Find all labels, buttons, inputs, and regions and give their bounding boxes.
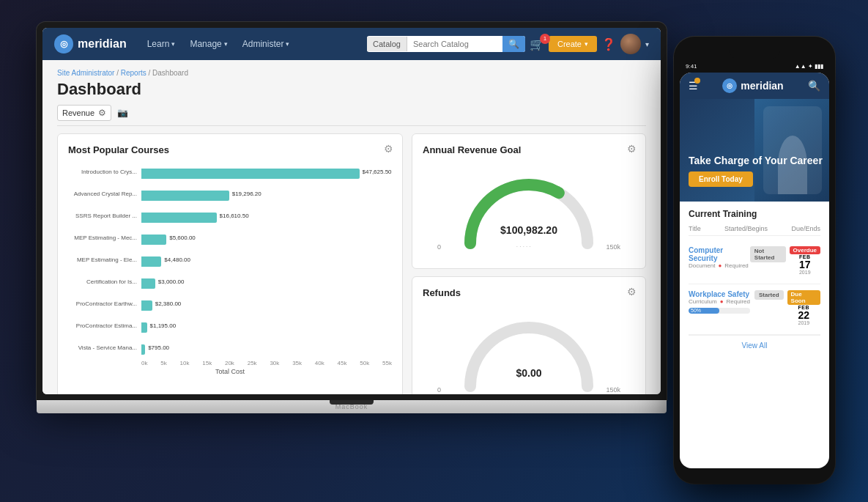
breadcrumb-current: Dashboard <box>152 69 188 77</box>
bar-label: ProContractor Earthw... <box>68 300 141 307</box>
annual-revenue-labels: 0 · · · · · 150k <box>423 243 635 251</box>
bar-fill <box>141 300 152 311</box>
most-popular-gear[interactable]: ⚙ <box>384 143 393 155</box>
create-button[interactable]: Create ▾ <box>549 36 597 52</box>
training-item-meta: Curriculum ● Required <box>689 298 750 305</box>
phone-top-nav: ☰ ◎ meridian 🔍 <box>680 73 829 99</box>
bar-fill <box>141 322 147 333</box>
most-popular-card: Most Popular Courses ⚙ Introduction to C… <box>57 133 403 394</box>
training-item: Workplace Safety Curriculum ● Required 5… <box>689 284 820 335</box>
x-tick: 25k <box>248 360 257 366</box>
search-input[interactable] <box>407 37 502 51</box>
laptop-notch <box>330 400 374 405</box>
phone-menu-icon[interactable]: ☰ <box>689 80 698 92</box>
bar-value: $4,480.00 <box>164 256 190 263</box>
progress-bar: 50% <box>689 308 750 314</box>
date-year: 2019 <box>798 320 809 325</box>
training-section-title: Current Training <box>689 209 820 219</box>
breadcrumb: Site Administrator / Reports / Dashboard <box>57 69 646 77</box>
phone-logo: ◎ meridian <box>704 78 802 93</box>
notification-dot <box>694 78 700 84</box>
cart-badge: 1 <box>540 34 550 44</box>
training-item-header: Computer Security Document ● Required No… <box>689 246 820 275</box>
x-tick: 55k <box>382 360 392 366</box>
phone-hero: Take Charge of Your Career Enroll Today <box>680 99 829 202</box>
bar-fill <box>141 213 217 223</box>
date-day: 17 <box>799 259 811 270</box>
right-col: Annual Revenue Goal ⚙ $100, <box>412 133 646 394</box>
phone-enroll-button[interactable]: Enroll Today <box>689 171 753 187</box>
manage-nav-link[interactable]: Manage ▾ <box>184 36 233 52</box>
help-icon[interactable]: ❓ <box>601 37 616 51</box>
dashboard-grid: Most Popular Courses ⚙ Introduction to C… <box>57 133 646 394</box>
tab-revenue[interactable]: Revenue ⚙ <box>57 105 111 121</box>
gear-icon[interactable]: ⚙ <box>98 108 106 118</box>
x-tick: 15k <box>202 360 212 366</box>
bar-fill <box>141 256 161 267</box>
bar-label: MEP Estimating - Ele... <box>68 256 141 263</box>
search-box: Catalog 🔍 <box>367 36 525 52</box>
bar-value: $795.00 <box>148 344 169 351</box>
annual-revenue-card: Annual Revenue Goal ⚙ $100, <box>412 133 646 269</box>
view-all-button[interactable]: View All <box>689 335 820 355</box>
bar-value: $47,625.50 <box>363 169 392 175</box>
phone-time: 9:41 <box>686 63 697 70</box>
bar-value: $3,000.00 <box>158 278 185 285</box>
bar-value: $2,380.00 <box>155 300 182 307</box>
phone-search-icon[interactable]: 🔍 <box>808 80 820 92</box>
bar-row: Introduction to Crys...$47,625.50 <box>68 163 392 180</box>
laptop: ◎ meridian Learn ▾ Manage ▾ Administer ▾ <box>37 22 667 413</box>
bar-row: ProContractor Earthw...$2,380.00 <box>68 295 392 312</box>
training-item-title[interactable]: Workplace Safety <box>689 290 750 298</box>
bar-fill <box>141 344 145 355</box>
annual-revenue-title: Annual Revenue Goal <box>423 144 635 155</box>
bar-row: Advanced Crystal Rep...$19,296.20 <box>68 185 392 202</box>
x-tick: 45k <box>338 360 347 366</box>
due-soon-badge: Due Soon <box>787 290 820 305</box>
learn-nav-link[interactable]: Learn ▾ <box>141 36 182 52</box>
annual-revenue-gear[interactable]: ⚙ <box>627 143 637 155</box>
phone-status-bar: 9:41 ▲▲ ✦ ▮▮▮ <box>680 63 829 73</box>
bar-value: $19,296.20 <box>232 191 261 197</box>
x-tick: 30k <box>270 360 279 366</box>
phone-logo-text: meridian <box>741 80 783 92</box>
refunds-gear[interactable]: ⚙ <box>627 286 637 298</box>
x-tick: 35k <box>292 360 302 366</box>
bar-label: MEP Estimating - Mec... <box>68 235 141 241</box>
breadcrumb-admin[interactable]: Site Administrator <box>57 69 114 77</box>
administer-nav-link[interactable]: Administer ▾ <box>237 36 296 52</box>
search-prefix: Catalog <box>367 37 407 51</box>
camera-icon[interactable]: 📷 <box>117 108 128 118</box>
bar-fill <box>141 235 166 245</box>
bar-row: ProContractor Estima...$1,195.00 <box>68 317 392 334</box>
cart-icon[interactable]: 🛒 1 <box>530 37 544 51</box>
refunds-title: Refunds <box>423 287 635 298</box>
bar-value: $16,610.50 <box>220 213 249 219</box>
bar-fill <box>141 278 155 289</box>
bar-label: ProContractor Estima... <box>68 322 141 329</box>
status-badge: Started <box>754 290 784 300</box>
x-tick: 50k <box>360 360 369 366</box>
avatar-chevron[interactable]: ▾ <box>645 40 649 48</box>
bar-label: Vista - Service Mana... <box>68 344 141 351</box>
bar-label: Introduction to Crys... <box>68 169 141 175</box>
bar-value: $5,600.00 <box>169 235 196 241</box>
breadcrumb-reports[interactable]: Reports <box>121 69 146 77</box>
bar-fill <box>141 169 360 179</box>
training-table-header: Title Started/Begins Due/Ends <box>689 225 820 236</box>
bar-value: $1,195.00 <box>150 322 177 329</box>
x-axis: 0k5k10k15k20k25k30k35k40k45k50k55k <box>68 358 392 366</box>
training-item-title[interactable]: Computer Security <box>689 246 750 262</box>
avatar[interactable] <box>620 34 641 54</box>
most-popular-title: Most Popular Courses <box>68 144 392 155</box>
x-axis-title: Total Cost <box>68 368 392 375</box>
phone-hero-text: Take Charge of Your Career Enroll Today <box>689 154 823 187</box>
required-dot: ● <box>720 298 724 305</box>
bar-row: SSRS Report Builder ...$16,610.50 <box>68 207 392 224</box>
laptop-screen-wrapper: ◎ meridian Learn ▾ Manage ▾ Administer ▾ <box>37 22 667 400</box>
date-day: 22 <box>798 310 809 320</box>
bar-label: SSRS Report Builder ... <box>68 213 141 219</box>
date-box: Overdue FEB 17 2019 <box>790 246 820 275</box>
search-button[interactable]: 🔍 <box>502 36 525 52</box>
training-item-meta: Document ● Required <box>689 262 750 269</box>
